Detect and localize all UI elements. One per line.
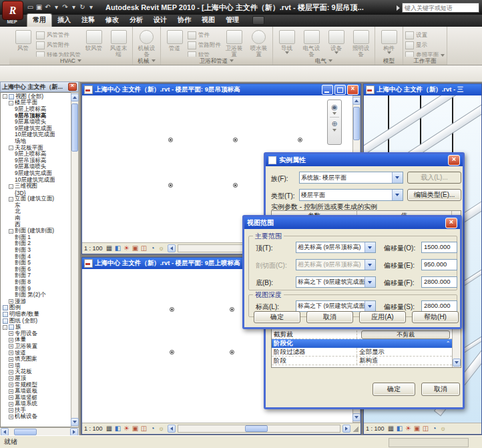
tree-item[interactable]: - 剖面 (建筑剖面) <box>1 228 71 234</box>
ribbon-tab[interactable]: 分析 <box>124 14 148 27</box>
duct-button[interactable]: 风管 <box>11 28 35 51</box>
tree-item[interactable]: - 立面 (建筑立面) <box>1 196 71 203</box>
plumbing-panel-label[interactable]: 卫浴和管道 <box>161 57 272 65</box>
crop-visibility-icon[interactable]: ◫ <box>422 425 430 433</box>
show-work-plane-button[interactable]: 显示 <box>405 41 445 49</box>
plumbing-fixture-button[interactable]: 卫浴装置 <box>222 28 246 57</box>
tree-item[interactable]: - 三维视图 <box>1 183 71 190</box>
ribbon-tab[interactable]: 修改 <box>100 14 124 27</box>
flex-duct-button[interactable]: 软风管 <box>82 28 105 51</box>
sprinkler-symbol[interactable] <box>298 138 302 142</box>
tree-item[interactable]: 10层建筑完成面 <box>1 132 71 139</box>
scroll-down-icon[interactable] <box>453 359 461 367</box>
open-icon[interactable]: ▭ <box>27 3 34 11</box>
tree-expander[interactable]: - <box>9 197 13 202</box>
electrical-equipment-button[interactable]: 电气设备 <box>300 28 323 57</box>
scroll-down-icon[interactable] <box>71 418 79 426</box>
sprinkler-symbol[interactable] <box>170 350 174 355</box>
undo-icon[interactable]: ↶ <box>44 3 51 11</box>
level-select[interactable]: 相关标高 (9层吊顶标高) <box>296 242 376 253</box>
tree-item[interactable]: + 天花板 <box>1 369 71 376</box>
mechanical-equipment-button[interactable]: 机械设备 <box>135 28 158 57</box>
steering-wheel-icon[interactable]: ◉ <box>331 103 338 111</box>
scroll-up-icon[interactable] <box>352 97 360 105</box>
offset-input[interactable]: 2800.000 <box>421 300 457 312</box>
ribbon-options-icon[interactable] <box>252 16 264 25</box>
chevron-down-icon[interactable] <box>365 242 375 252</box>
scroll-right-icon[interactable] <box>342 425 350 433</box>
redo-dropdown-icon[interactable]: ▾ <box>70 3 77 11</box>
tree-item[interactable]: 剖面 8 <box>1 279 71 286</box>
pipe-fitting-button[interactable]: 管件 <box>188 31 221 39</box>
model-graphics-style-icon[interactable]: ◧ <box>114 425 122 433</box>
tree-expander[interactable]: - <box>9 229 13 234</box>
tree-expander[interactable]: + <box>9 338 13 343</box>
crop-region-icon[interactable]: ▣ <box>413 425 421 433</box>
sprinkler-symbol[interactable] <box>233 183 238 188</box>
tree-item[interactable]: + 填充图案 <box>1 356 71 363</box>
property-row[interactable]: 阶段过滤器 全部显示 <box>272 348 452 357</box>
level-select[interactable]: 标高之下 (9层建筑完成面 <box>296 300 376 312</box>
set-work-plane-button[interactable]: 设置 <box>405 31 445 39</box>
model-graphics-style-icon[interactable]: ◧ <box>114 244 122 252</box>
tree-item[interactable]: 剖面 1 <box>1 234 71 241</box>
reveal-hidden-icon[interactable]: ☼ <box>439 425 447 433</box>
temporary-hide-icon[interactable]: ◔ <box>149 244 157 252</box>
temporary-hide-icon[interactable]: ◔ <box>431 425 439 433</box>
tree-item[interactable]: + 机械设备 <box>1 414 71 421</box>
lighting-fixture-button[interactable]: 照明设备 <box>349 28 373 57</box>
pipe-button[interactable]: 管道 <box>163 28 186 51</box>
ribbon-tab[interactable]: 管理 <box>220 14 244 27</box>
close-icon[interactable] <box>68 83 77 91</box>
tree-item[interactable]: 北 <box>1 209 71 216</box>
minimize-icon[interactable] <box>322 85 333 95</box>
view-scale[interactable]: 1 : 100 <box>366 425 385 432</box>
browser-horizontal-scrollbar[interactable] <box>0 427 79 435</box>
tree-expander[interactable]: + <box>9 376 13 381</box>
crop-region-icon[interactable]: ▣ <box>132 244 140 252</box>
duct-fitting-button[interactable]: 风管管件 <box>36 31 81 39</box>
sprinkler-symbol[interactable] <box>233 138 238 142</box>
scrollbar-thumb[interactable] <box>71 103 78 152</box>
dialog-titlebar[interactable]: 实例属性 <box>266 154 463 166</box>
tree-expander[interactable]: + <box>9 363 13 368</box>
temporary-hide-icon[interactable]: ◔ <box>149 425 157 433</box>
maximize-icon[interactable] <box>334 85 346 95</box>
view-window-titlebar[interactable]: 上海中心 主文件（新）.rvt - 三 <box>364 84 481 95</box>
chevron-down-icon[interactable] <box>365 301 375 311</box>
pipe-accessory-button[interactable]: 管路附件 <box>188 41 221 49</box>
property-row[interactable]: 阶段化 ⌃ <box>272 339 452 348</box>
property-row[interactable]: 截剪裁 不剪裁 <box>272 330 452 339</box>
duct-accessory-button[interactable]: 风管附件 <box>36 41 81 49</box>
chevron-down-icon[interactable] <box>332 129 336 132</box>
chevron-down-icon[interactable] <box>365 277 375 287</box>
project-browser-header[interactable]: 上海中心 主文件（新... <box>0 81 79 92</box>
tree-item[interactable]: 剖面 7 <box>1 273 71 280</box>
detail-level-icon[interactable]: ▦ <box>387 425 395 433</box>
crop-visibility-icon[interactable]: ◫ <box>140 425 148 433</box>
reveal-hidden-icon[interactable]: ☼ <box>158 425 166 433</box>
ribbon-tab[interactable]: 注释 <box>76 14 100 27</box>
tree-item[interactable]: 剖面 6 <box>1 266 71 273</box>
view-scale[interactable]: 1 : 100 <box>84 425 103 432</box>
tree-expander[interactable]: + <box>9 383 13 387</box>
sprinkler-symbol[interactable] <box>230 350 234 355</box>
property-row[interactable]: 阶段 新构造 <box>272 357 452 365</box>
ribbon-tab[interactable]: 设计 <box>148 14 172 27</box>
air-terminal-button[interactable]: 风道末端 <box>107 28 130 57</box>
offset-input[interactable]: 950.000 <box>421 259 457 270</box>
tree-expander[interactable]: + <box>9 299 13 304</box>
refresh-icon[interactable]: ↻ <box>79 3 86 11</box>
scroll-down-icon[interactable] <box>352 413 360 421</box>
qat-options-icon[interactable]: ▾ <box>87 3 95 11</box>
ribbon-tab[interactable]: 插入 <box>52 14 76 27</box>
dialog-button[interactable]: 取消 <box>306 311 353 323</box>
edit-type-button[interactable]: 编辑类型(E)... <box>407 189 461 201</box>
tree-expander[interactable]: - <box>3 94 7 99</box>
crop-region-icon[interactable]: ▣ <box>132 425 140 433</box>
ribbon-tab[interactable]: 常用 <box>27 13 52 27</box>
tree-item[interactable]: 图纸 (全部) <box>1 318 71 324</box>
tree-item[interactable]: + 卫浴装置 <box>1 343 71 350</box>
dialog-button[interactable]: 确定 <box>254 311 300 323</box>
shadows-icon[interactable]: ☀ <box>123 425 131 433</box>
